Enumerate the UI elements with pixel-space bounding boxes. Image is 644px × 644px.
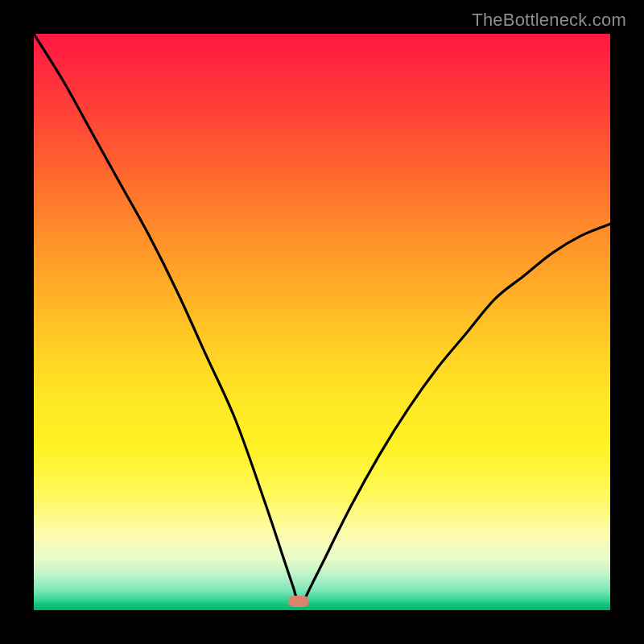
chart-frame: TheBottleneck.com (0, 0, 644, 644)
watermark-text: TheBottleneck.com (472, 10, 626, 31)
optimum-marker (288, 596, 309, 607)
bottleneck-curve (34, 34, 610, 610)
plot-area (34, 34, 610, 610)
